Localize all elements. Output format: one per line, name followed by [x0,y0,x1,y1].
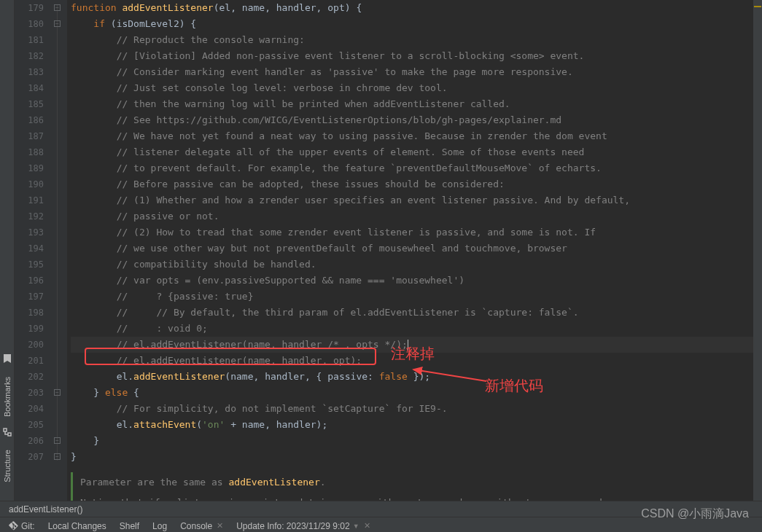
code-line[interactable]: // Just set console log level: verbose i… [71,80,762,96]
fold-toggle[interactable]: − [54,437,61,444]
code-line[interactable]: // passive or not. [71,208,762,224]
chevron-down-icon: ▼ [353,523,359,530]
doc-hint: Notice that if a listener is registered … [71,493,762,501]
code-line[interactable]: // to prevent default. For example, the … [71,160,762,176]
code-line[interactable]: // then the warning log will be printed … [71,96,762,112]
bookmarks-tab[interactable]: Bookmarks [3,377,12,417]
fold-gutter[interactable]: −−−−− [51,0,67,501]
structure-icon [3,428,12,437]
side-panel: Bookmarks Structure [0,0,15,501]
code-line[interactable]: // See https://github.com/WICG/EventList… [71,112,762,128]
code-line[interactable]: // listener delegate all of the upper ev… [71,144,762,160]
watermark: CSDN @小雨滴Java [641,506,749,522]
structure-tab[interactable]: Structure [3,450,12,482]
annotation-arrow [410,365,490,386]
fold-toggle[interactable]: − [54,389,61,396]
fold-toggle[interactable]: − [54,453,61,460]
doc-hint: Parameter are the same as addEventListen… [71,472,762,493]
code-line[interactable]: // we use other way but not preventDefau… [71,240,762,257]
code-line[interactable]: // compatibility should be handled. [71,257,762,273]
fold-toggle[interactable]: − [54,4,61,11]
log-tab[interactable]: Log [152,521,167,531]
code-line[interactable]: // [Violation] Added non-passive event l… [71,48,762,64]
code-line[interactable]: // ? {passive: true} [71,289,762,305]
close-icon[interactable]: ✕ [364,521,370,531]
git-icon [9,521,18,531]
code-line[interactable]: // For simplicity, do not implement `set… [71,401,762,417]
fold-toggle[interactable]: − [54,20,61,27]
code-line[interactable]: // Consider marking event handler as 'pa… [71,64,762,80]
console-tab[interactable]: Console✕ [180,521,223,531]
scroll-marker [754,6,761,7]
code-line[interactable]: } [71,433,762,449]
code-line[interactable]: // (1) Whether and how a zrender user sp… [71,192,762,208]
code-line[interactable]: } [71,449,762,465]
scrollbar[interactable] [753,0,762,501]
bookmark-icon [3,353,12,364]
svg-rect-0 [4,429,7,431]
annotation-box-comment [85,348,376,365]
git-tool[interactable]: Git: [9,521,35,531]
svg-line-2 [413,369,486,381]
shelf-tab[interactable]: Shelf [120,521,139,531]
code-line[interactable]: // (2) How to tread that some zrender ev… [71,224,762,240]
code-editor[interactable]: function addEventListener(el, name, hand… [67,0,762,501]
close-icon[interactable]: ✕ [217,521,223,531]
code-line[interactable]: // Reproduct the console warning: [71,32,762,48]
code-line[interactable]: // Before passive can be adopted, these … [71,176,762,192]
code-line[interactable]: // : void 0; [71,321,762,337]
code-line[interactable]: // We have not yet found a neat way to u… [71,128,762,144]
line-gutter[interactable]: 1791801811821831841851861871881891901911… [15,0,51,501]
editor-container: Bookmarks Structure 17918018118218318418… [0,0,762,501]
code-line[interactable]: } else { [71,385,762,401]
breadcrumb-item[interactable]: addEventListener() [9,504,82,515]
code-line[interactable]: function addEventListener(el, name, hand… [71,0,762,16]
code-line[interactable]: if (isDomLevel2) { [71,16,762,32]
code-line[interactable]: // // By default, the third param of el.… [71,305,762,321]
svg-rect-1 [8,433,11,436]
doc-link[interactable]: addEventListener [229,477,320,488]
annotation-text-comment: 注释掉 [391,345,435,361]
local-changes-tab[interactable]: Local Changes [48,521,106,531]
annotation-text-newcode: 新增代码 [485,378,543,394]
code-line[interactable]: el.attachEvent('on' + name, handler); [71,417,762,433]
update-info[interactable]: Update Info: 2023/11/29 9:02 ▼ ✕ [236,521,370,531]
code-line[interactable]: // var opts = (env.passiveSupported && n… [71,273,762,289]
